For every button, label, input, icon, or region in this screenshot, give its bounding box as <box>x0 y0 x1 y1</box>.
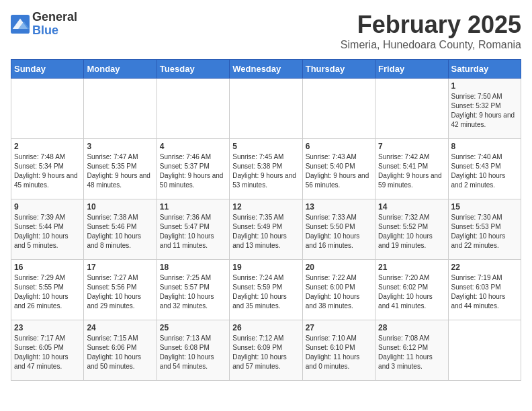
day-info: Sunrise: 7:36 AM Sunset: 5:47 PM Dayligh… <box>160 213 226 250</box>
day-number: 5 <box>232 142 299 151</box>
day-cell: 21Sunrise: 7:20 AM Sunset: 6:02 PM Dayli… <box>375 260 448 320</box>
day-cell: 12Sunrise: 7:35 AM Sunset: 5:49 PM Dayli… <box>230 199 302 260</box>
day-info: Sunrise: 7:33 AM Sunset: 5:50 PM Dayligh… <box>306 213 372 250</box>
day-cell <box>302 79 375 139</box>
day-number: 27 <box>306 323 372 332</box>
day-cell: 6Sunrise: 7:43 AM Sunset: 5:40 PM Daylig… <box>302 139 375 199</box>
day-number: 1 <box>451 81 518 91</box>
day-number: 2 <box>14 142 81 151</box>
day-cell: 1Sunrise: 7:50 AM Sunset: 5:32 PM Daylig… <box>448 79 521 139</box>
day-info: Sunrise: 7:35 AM Sunset: 5:49 PM Dayligh… <box>232 213 299 250</box>
day-cell: 14Sunrise: 7:32 AM Sunset: 5:52 PM Dayli… <box>375 199 448 260</box>
day-cell: 7Sunrise: 7:42 AM Sunset: 5:41 PM Daylig… <box>375 139 448 199</box>
day-cell <box>448 320 521 381</box>
header-cell-saturday: Saturday <box>448 60 521 79</box>
day-cell: 22Sunrise: 7:19 AM Sunset: 6:03 PM Dayli… <box>448 260 521 320</box>
day-cell: 17Sunrise: 7:27 AM Sunset: 5:56 PM Dayli… <box>84 260 157 320</box>
day-info: Sunrise: 7:25 AM Sunset: 5:57 PM Dayligh… <box>160 273 226 311</box>
day-number: 6 <box>306 142 372 151</box>
day-number: 21 <box>378 263 445 272</box>
day-cell: 24Sunrise: 7:15 AM Sunset: 6:06 PM Dayli… <box>84 320 157 381</box>
day-cell: 10Sunrise: 7:38 AM Sunset: 5:46 PM Dayli… <box>84 199 157 260</box>
day-cell: 25Sunrise: 7:13 AM Sunset: 6:08 PM Dayli… <box>157 320 229 381</box>
day-info: Sunrise: 7:50 AM Sunset: 5:32 PM Dayligh… <box>451 92 518 130</box>
day-info: Sunrise: 7:39 AM Sunset: 5:44 PM Dayligh… <box>14 213 81 250</box>
day-info: Sunrise: 7:48 AM Sunset: 5:34 PM Dayligh… <box>14 152 81 190</box>
header-row: SundayMondayTuesdayWednesdayThursdayFrid… <box>11 60 521 79</box>
header-cell-tuesday: Tuesday <box>157 60 229 79</box>
day-info: Sunrise: 7:08 AM Sunset: 6:12 PM Dayligh… <box>378 334 445 371</box>
day-number: 8 <box>451 142 518 151</box>
calendar-table: SundayMondayTuesdayWednesdayThursdayFrid… <box>11 59 521 381</box>
day-cell: 5Sunrise: 7:45 AM Sunset: 5:38 PM Daylig… <box>230 139 302 199</box>
day-number: 9 <box>14 202 81 212</box>
day-cell <box>11 79 84 139</box>
header-cell-sunday: Sunday <box>11 60 84 79</box>
day-cell: 2Sunrise: 7:48 AM Sunset: 5:34 PM Daylig… <box>11 139 84 199</box>
day-cell: 16Sunrise: 7:29 AM Sunset: 5:55 PM Dayli… <box>11 260 84 320</box>
header-cell-wednesday: Wednesday <box>230 60 302 79</box>
day-cell: 23Sunrise: 7:17 AM Sunset: 6:05 PM Dayli… <box>11 320 84 381</box>
day-cell <box>375 79 448 139</box>
day-cell: 13Sunrise: 7:33 AM Sunset: 5:50 PM Dayli… <box>302 199 375 260</box>
day-number: 12 <box>232 202 299 212</box>
logo-text: General Blue <box>32 11 77 38</box>
logo: General Blue <box>11 11 77 38</box>
day-info: Sunrise: 7:46 AM Sunset: 5:37 PM Dayligh… <box>160 152 226 190</box>
day-number: 23 <box>14 323 81 332</box>
day-cell: 8Sunrise: 7:40 AM Sunset: 5:43 PM Daylig… <box>448 139 521 199</box>
week-row-0: 1Sunrise: 7:50 AM Sunset: 5:32 PM Daylig… <box>11 79 521 139</box>
day-number: 3 <box>87 142 153 151</box>
day-number: 26 <box>232 323 299 332</box>
day-number: 18 <box>160 263 226 272</box>
day-cell: 19Sunrise: 7:24 AM Sunset: 5:59 PM Dayli… <box>230 260 302 320</box>
logo-blue-text: Blue <box>32 24 77 38</box>
title-area: February 2025 Simeria, Hunedoara County,… <box>341 11 521 51</box>
day-number: 25 <box>160 323 226 332</box>
day-info: Sunrise: 7:22 AM Sunset: 6:00 PM Dayligh… <box>306 273 372 311</box>
day-cell: 27Sunrise: 7:10 AM Sunset: 6:10 PM Dayli… <box>302 320 375 381</box>
day-info: Sunrise: 7:13 AM Sunset: 6:08 PM Dayligh… <box>160 334 226 371</box>
day-number: 10 <box>87 202 153 212</box>
day-number: 24 <box>87 323 153 332</box>
day-info: Sunrise: 7:30 AM Sunset: 5:53 PM Dayligh… <box>451 213 518 250</box>
day-info: Sunrise: 7:17 AM Sunset: 6:05 PM Dayligh… <box>14 334 81 371</box>
day-number: 13 <box>306 202 372 212</box>
day-number: 22 <box>451 263 518 272</box>
day-info: Sunrise: 7:10 AM Sunset: 6:10 PM Dayligh… <box>306 334 372 371</box>
day-cell: 4Sunrise: 7:46 AM Sunset: 5:37 PM Daylig… <box>157 139 229 199</box>
day-info: Sunrise: 7:40 AM Sunset: 5:43 PM Dayligh… <box>451 152 518 190</box>
day-info: Sunrise: 7:32 AM Sunset: 5:52 PM Dayligh… <box>378 213 445 250</box>
header-cell-thursday: Thursday <box>302 60 375 79</box>
day-cell: 11Sunrise: 7:36 AM Sunset: 5:47 PM Dayli… <box>157 199 229 260</box>
day-cell: 9Sunrise: 7:39 AM Sunset: 5:44 PM Daylig… <box>11 199 84 260</box>
day-cell: 15Sunrise: 7:30 AM Sunset: 5:53 PM Dayli… <box>448 199 521 260</box>
day-info: Sunrise: 7:27 AM Sunset: 5:56 PM Dayligh… <box>87 273 153 311</box>
day-info: Sunrise: 7:12 AM Sunset: 6:09 PM Dayligh… <box>232 334 299 371</box>
logo-general-text: General <box>32 11 77 24</box>
week-row-2: 9Sunrise: 7:39 AM Sunset: 5:44 PM Daylig… <box>11 199 521 260</box>
day-number: 15 <box>451 202 518 212</box>
day-number: 20 <box>306 263 372 272</box>
day-number: 14 <box>378 202 445 212</box>
day-info: Sunrise: 7:29 AM Sunset: 5:55 PM Dayligh… <box>14 273 81 311</box>
calendar-body: 1Sunrise: 7:50 AM Sunset: 5:32 PM Daylig… <box>11 79 521 381</box>
week-row-1: 2Sunrise: 7:48 AM Sunset: 5:34 PM Daylig… <box>11 139 521 199</box>
day-number: 4 <box>160 142 226 151</box>
header-cell-friday: Friday <box>375 60 448 79</box>
day-cell <box>157 79 229 139</box>
day-cell: 26Sunrise: 7:12 AM Sunset: 6:09 PM Dayli… <box>230 320 302 381</box>
day-cell: 3Sunrise: 7:47 AM Sunset: 5:35 PM Daylig… <box>84 139 157 199</box>
day-info: Sunrise: 7:24 AM Sunset: 5:59 PM Dayligh… <box>232 273 299 311</box>
day-info: Sunrise: 7:19 AM Sunset: 6:03 PM Dayligh… <box>451 273 518 311</box>
calendar-header: SundayMondayTuesdayWednesdayThursdayFrid… <box>11 60 521 79</box>
day-info: Sunrise: 7:45 AM Sunset: 5:38 PM Dayligh… <box>232 152 299 190</box>
day-cell <box>230 79 302 139</box>
day-number: 7 <box>378 142 445 151</box>
week-row-3: 16Sunrise: 7:29 AM Sunset: 5:55 PM Dayli… <box>11 260 521 320</box>
day-number: 19 <box>232 263 299 272</box>
day-number: 16 <box>14 263 81 272</box>
calendar-title: February 2025 <box>341 11 521 39</box>
day-info: Sunrise: 7:42 AM Sunset: 5:41 PM Dayligh… <box>378 152 445 190</box>
day-info: Sunrise: 7:47 AM Sunset: 5:35 PM Dayligh… <box>87 152 153 190</box>
